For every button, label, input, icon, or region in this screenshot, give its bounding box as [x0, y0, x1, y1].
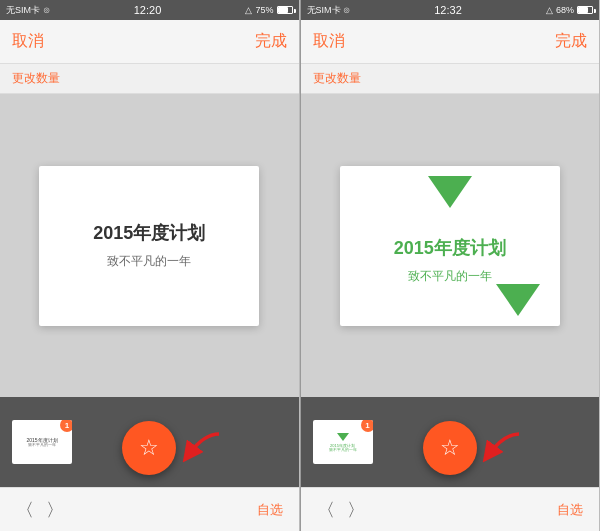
battery-text-right: 68%	[556, 5, 574, 15]
status-right-left: △ 75%	[245, 5, 292, 15]
carrier-text-right: 无SIM卡 ⊙	[307, 4, 351, 17]
arrow-left	[169, 429, 224, 469]
phone-panel-left: 无SIM卡 ⊙ 12:20 △ 75% 取消 完成 更改数量 2015年度计划 …	[0, 0, 300, 531]
thumb-text-right: 2015年度计划 致不平凡的一年	[329, 443, 357, 452]
time-right: 12:32	[434, 4, 462, 16]
status-bar-right: 无SIM卡 ⊙ 12:32 △ 68%	[301, 0, 600, 20]
star-icon-left: ☆	[139, 437, 159, 459]
preview-area-left: 2015年度计划 致不平凡的一年	[0, 94, 299, 397]
bottom-nav-left: 〈 〉 自选	[0, 487, 299, 531]
nav-bar-left: 取消 完成	[0, 20, 299, 64]
status-right-right: △ 68%	[546, 5, 593, 15]
nav-arrows-right: 〈 〉	[317, 498, 365, 522]
arrow-right	[469, 429, 524, 469]
thumbnail-strip-left: 1 2015年度计划 致不平凡的一年 ☆	[0, 397, 299, 487]
custom-label-left[interactable]: 自选	[257, 501, 283, 519]
battery-icon-right	[577, 6, 593, 14]
carrier-text-left: 无SIM卡 ⊙	[6, 4, 50, 17]
thumb-badge-right: 1	[361, 420, 373, 432]
status-left-left: 无SIM卡 ⊙	[6, 4, 50, 17]
battery-text-left: 75%	[255, 5, 273, 15]
slide-title-left: 2015年度计划	[93, 221, 205, 245]
theme-selector-left: 更改数量	[0, 64, 299, 94]
thumbnail-strip-right: 1 2015年度计划 致不平凡的一年 ☆	[301, 397, 600, 487]
slide-preview-left: 2015年度计划 致不平凡的一年	[39, 166, 259, 326]
thumb-triangle-right	[337, 433, 349, 441]
status-bar-left: 无SIM卡 ⊙ 12:20 △ 75%	[0, 0, 299, 20]
triangle-top-right	[428, 176, 472, 208]
slide-subtitle-right: 致不平凡的一年	[408, 268, 492, 285]
star-icon-right: ☆	[440, 437, 460, 459]
bottom-nav-right: 〈 〉 自选	[301, 487, 600, 531]
theme-link-left[interactable]: 更改数量	[12, 70, 60, 87]
cancel-button-left[interactable]: 取消	[12, 31, 44, 52]
theme-link-right[interactable]: 更改数量	[313, 70, 361, 87]
slide-title-right: 2015年度计划	[394, 236, 506, 260]
slide-subtitle-left: 致不平凡的一年	[107, 253, 191, 270]
next-button-right[interactable]: 〉	[347, 498, 365, 522]
preview-area-right: 2015年度计划 致不平凡的一年	[301, 94, 600, 397]
thumb-item-right[interactable]: 1 2015年度计划 致不平凡的一年	[313, 420, 373, 464]
thumb-badge-left: 1	[60, 420, 72, 432]
cancel-button-right[interactable]: 取消	[313, 31, 345, 52]
fab-button-right[interactable]: ☆	[423, 421, 477, 475]
thumb-item-left[interactable]: 1 2015年度计划 致不平凡的一年	[12, 420, 72, 464]
battery-icon-left	[277, 6, 293, 14]
custom-label-right[interactable]: 自选	[557, 501, 583, 519]
signal-icon-left: △	[245, 5, 252, 15]
phone-panel-right: 无SIM卡 ⊙ 12:32 △ 68% 取消 完成 更改数量 2015年度计划 …	[301, 0, 601, 531]
theme-selector-right: 更改数量	[301, 64, 600, 94]
thumb-text-left: 2015年度计划 致不平凡的一年	[26, 437, 57, 448]
nav-bar-right: 取消 完成	[301, 20, 600, 64]
prev-button-left[interactable]: 〈	[16, 498, 34, 522]
fab-button-left[interactable]: ☆	[122, 421, 176, 475]
confirm-button-left[interactable]: 完成	[255, 31, 287, 52]
prev-button-right[interactable]: 〈	[317, 498, 335, 522]
status-left-right: 无SIM卡 ⊙	[307, 4, 351, 17]
next-button-left[interactable]: 〉	[46, 498, 64, 522]
nav-arrows-left: 〈 〉	[16, 498, 64, 522]
signal-icon-right: △	[546, 5, 553, 15]
confirm-button-right[interactable]: 完成	[555, 31, 587, 52]
slide-preview-right: 2015年度计划 致不平凡的一年	[340, 166, 560, 326]
triangle-bottom-right	[496, 284, 540, 316]
time-left: 12:20	[134, 4, 162, 16]
